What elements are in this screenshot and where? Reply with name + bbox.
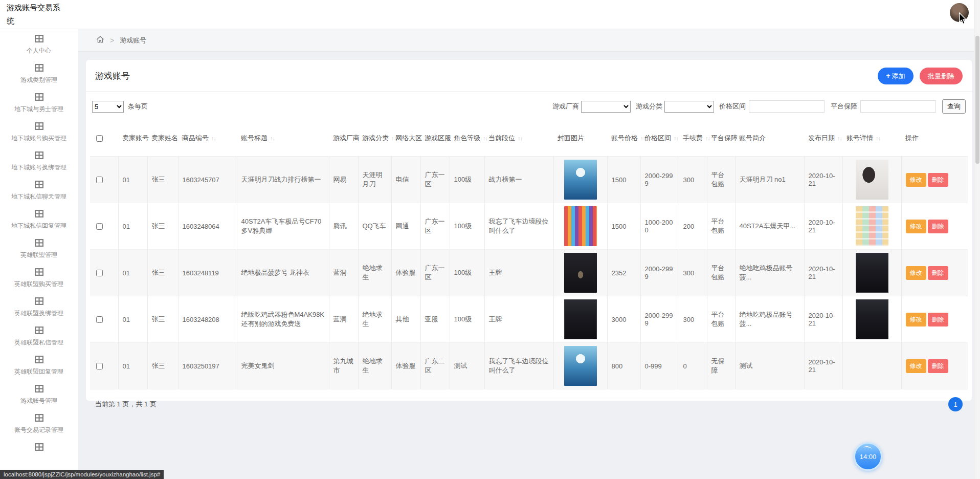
row-checkbox[interactable] (96, 316, 103, 323)
page-size-select[interactable]: 5 (92, 101, 124, 113)
sidebar-item[interactable]: 地下城与勇士管理 (0, 88, 78, 117)
cell-fee: 300 (679, 296, 707, 343)
cell-category: 绝地求生 (358, 250, 391, 296)
guarantee-input[interactable] (860, 100, 936, 113)
sidebar-item[interactable]: 账号交易记录管理 (0, 408, 78, 438)
sidebar-item[interactable]: 英雄联盟换绑管理 (0, 292, 78, 321)
sidebar-item[interactable]: 英雄联盟回复管理 (0, 350, 78, 379)
column-header[interactable]: 游戏区服 (420, 120, 450, 157)
add-button[interactable]: 添加 (878, 68, 913, 84)
sidebar-item-label: 地下城私信回复管理 (0, 222, 78, 230)
delete-button[interactable]: 删除 (928, 359, 948, 373)
cell-select (90, 296, 118, 343)
cell-select (90, 203, 118, 250)
grid-icon (35, 415, 43, 423)
table-footer: 当前第 1 页，共 1 页 1 (86, 389, 972, 419)
column-header[interactable]: 账号详情 (842, 120, 901, 157)
cell-date: 2020-10-21 (804, 296, 842, 343)
cover-image (564, 160, 597, 200)
vendor-filter-label: 游戏厂商 (552, 102, 579, 111)
cell-actions: 修改删除 (901, 250, 968, 296)
sidebar-item[interactable]: 地下城私信回复管理 (0, 204, 78, 233)
column-header[interactable]: 游戏厂商 (329, 120, 358, 157)
column-header[interactable]: 手续费 (679, 120, 707, 157)
cell-vendor: 蓝洞 (329, 250, 358, 296)
cell-seller-account: 01 (118, 203, 147, 250)
row-checkbox[interactable] (96, 177, 103, 183)
sidebar-item[interactable]: 地下城账号换绑管理 (0, 146, 78, 175)
edit-button[interactable]: 修改 (906, 173, 926, 187)
column-header[interactable]: 平台保障 (707, 120, 735, 157)
sidebar-item[interactable]: 英雄联盟管理 (0, 233, 78, 263)
cell-guarantee: 平台包赔 (707, 203, 735, 250)
column-header[interactable]: 操作 (901, 120, 968, 157)
edit-button[interactable]: 修改 (906, 313, 926, 326)
edit-button[interactable]: 修改 (906, 220, 926, 233)
accounts-table: 卖家账号卖家姓名商品编号账号标题游戏厂商游戏分类网络大区游戏区服角色等级当前段位… (90, 120, 968, 389)
page-title: 游戏账号 (95, 70, 130, 82)
vendor-filter-select[interactable] (581, 101, 631, 113)
sidebar-item[interactable]: 地下城私信聊天管理 (0, 175, 78, 204)
user-avatar[interactable] (950, 3, 969, 22)
column-header-label: 手续费 (683, 134, 710, 142)
delete-button[interactable]: 删除 (928, 220, 948, 233)
cell-date: 2020-10-21 (804, 250, 842, 296)
column-header[interactable]: 卖家姓名 (147, 120, 178, 157)
sidebar-item-label: 账号交易记录管理 (0, 426, 78, 434)
cell-guarantee: 平台包赔 (707, 250, 735, 296)
cell-title: 完美女鬼剑 (237, 343, 329, 389)
cell-seller-name: 张三 (147, 250, 178, 296)
clock-time: 14:00 (860, 453, 877, 461)
column-header[interactable]: 卖家账号 (118, 120, 147, 157)
cell-seller-account: 01 (118, 296, 147, 343)
column-header-label: 角色等级 (454, 134, 487, 142)
edit-button[interactable]: 修改 (906, 266, 926, 280)
grid-icon (35, 35, 43, 44)
cell-vendor: 腾讯 (329, 203, 358, 250)
column-header[interactable]: 账号价格 (607, 120, 640, 157)
column-header[interactable]: 角色等级 (450, 120, 484, 157)
column-header[interactable]: 当前段位 (484, 120, 553, 157)
sidebar-item[interactable] (0, 438, 78, 467)
column-header[interactable]: 网络大区 (391, 120, 420, 157)
column-header[interactable]: 封面图片 (553, 120, 607, 157)
delete-button[interactable]: 删除 (928, 313, 948, 326)
batch-delete-button[interactable]: 批量删除 (920, 68, 963, 84)
home-icon[interactable] (96, 35, 104, 46)
column-header[interactable]: 账号简介 (735, 120, 804, 157)
sidebar-item-label: 游戏账号管理 (0, 397, 78, 405)
column-header[interactable]: 游戏分类 (358, 120, 391, 157)
column-header[interactable]: 发布日期 (804, 120, 842, 157)
column-header[interactable]: 价格区间 (640, 120, 679, 157)
pagination-page-1[interactable]: 1 (948, 397, 963, 411)
edit-button[interactable]: 修改 (906, 359, 926, 373)
category-filter-select[interactable] (664, 101, 714, 113)
row-checkbox[interactable] (96, 270, 103, 276)
cell-select (90, 250, 118, 296)
column-header[interactable]: 商品编号 (178, 120, 237, 157)
cell-select (90, 343, 118, 389)
query-button[interactable]: 查询 (942, 99, 966, 114)
sidebar-item[interactable]: 英雄联盟购买管理 (0, 263, 78, 292)
sidebar-item[interactable]: 游戏账号管理 (0, 379, 78, 408)
sidebar-item-label: 英雄联盟私信管理 (0, 338, 78, 347)
cell-network: 网通 (391, 203, 420, 250)
row-checkbox[interactable] (96, 223, 103, 230)
cell-product-no: 1603248208 (178, 296, 237, 343)
content-card: 游戏账号 添加 批量删除 5 条每页 游戏厂商 游戏分类 价格区间 平台保障 查… (86, 60, 972, 401)
select-all-checkbox[interactable] (96, 135, 103, 142)
breadcrumb-current[interactable]: 游戏账号 (120, 36, 146, 45)
column-header[interactable]: 账号标题 (237, 120, 329, 157)
scrollbar-thumb[interactable] (975, 36, 979, 164)
delete-button[interactable]: 删除 (928, 173, 948, 187)
clock-widget[interactable]: 14:00 (854, 442, 882, 471)
row-checkbox[interactable] (96, 363, 103, 369)
sidebar-item[interactable]: 英雄联盟私信管理 (0, 321, 78, 350)
cell-vendor: 网易 (329, 157, 358, 203)
delete-button[interactable]: 删除 (928, 266, 948, 280)
price-range-input[interactable] (749, 100, 825, 113)
sidebar-item[interactable]: 地下城账号购买管理 (0, 117, 78, 146)
sidebar-item[interactable]: 游戏类别管理 (0, 58, 78, 88)
cell-cover (553, 250, 607, 296)
sidebar-item[interactable]: 个人中心 (0, 29, 78, 58)
